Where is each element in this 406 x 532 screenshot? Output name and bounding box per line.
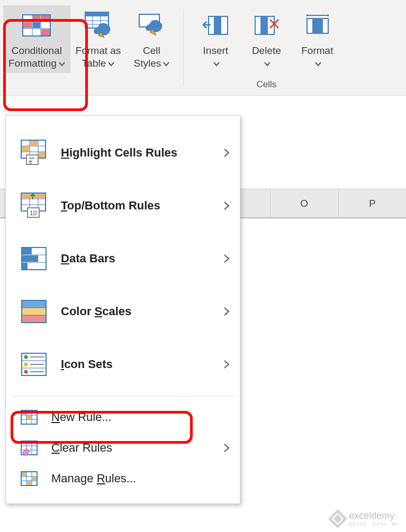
chevron-down-icon (213, 57, 220, 70)
svg-rect-9 (41, 29, 50, 35)
column-header-o[interactable]: O (270, 189, 339, 217)
menu-new-rule[interactable]: New Rule...New Rule... (6, 402, 240, 433)
menu-label: Icon SetsIcon Sets (61, 357, 223, 371)
menu-label: HHighlight Cells Rulesighlight Cells Rul… (61, 146, 223, 160)
cells-group: Insert Delete Format (187, 5, 346, 90)
chevron-right-icon (223, 148, 230, 158)
ribbon-divider (183, 10, 184, 86)
format-icon (303, 10, 331, 41)
svg-rect-85 (32, 477, 37, 480)
svg-rect-8 (33, 22, 40, 28)
menu-icon-sets[interactable]: Icon SetsIcon Sets (6, 338, 240, 391)
svg-point-63 (24, 370, 28, 374)
delete-button[interactable]: Delete (241, 5, 292, 73)
svg-rect-6 (41, 15, 50, 21)
svg-rect-84 (22, 472, 26, 476)
highlight-cells-rules-icon: ≤ (19, 139, 49, 167)
menu-data-bars[interactable]: Data BarsData Bars (6, 232, 240, 285)
delete-label: Delete (252, 45, 281, 56)
menu-clear-rules[interactable]: Clear RulesClear Rules (6, 433, 240, 463)
new-rule-icon (19, 409, 40, 425)
format-as-table-label-1: Format as (76, 45, 121, 56)
svg-rect-20 (260, 16, 268, 34)
format-label: Format (301, 45, 333, 56)
clear-rules-icon (19, 440, 40, 456)
svg-rect-49 (22, 248, 32, 254)
watermark-sub: EXCEL · DATA · BI (349, 521, 398, 527)
cell-styles-label-1: Cell (143, 45, 160, 56)
menu-highlight-cells-rules[interactable]: ≤ HHighlight Cells Rulesighlight Cells R… (6, 126, 240, 179)
cell-styles-button[interactable]: Cell Styles (126, 5, 177, 73)
chevron-right-icon (223, 306, 230, 317)
menu-top-bottom-rules[interactable]: 10 Top/Bottom RulesTop/Bottom Rules (6, 179, 240, 232)
delete-icon (252, 10, 281, 41)
ribbon: Conditional Formatting Format as Table (0, 0, 406, 96)
conditional-formatting-label-2: Formatting (8, 58, 57, 69)
insert-button[interactable]: Insert (190, 5, 241, 73)
conditional-formatting-button[interactable]: Conditional Formatting (3, 5, 70, 73)
svg-text:≤: ≤ (29, 159, 32, 165)
manage-rules-icon (19, 471, 40, 487)
menu-label: Clear RulesClear Rules (51, 441, 223, 455)
data-bars-icon (19, 246, 49, 271)
svg-rect-31 (30, 141, 38, 145)
svg-rect-73 (27, 416, 31, 419)
menu-label: Manage Rules...Manage Rules... (51, 472, 230, 485)
cells-group-label: Cells (256, 79, 276, 90)
chevron-down-icon (264, 57, 270, 70)
svg-rect-72 (22, 411, 26, 415)
format-button[interactable]: Format (292, 5, 342, 73)
svg-rect-18 (214, 16, 221, 34)
svg-rect-5 (33, 15, 40, 21)
svg-rect-7 (23, 22, 32, 28)
watermark-brand: exceldemy (349, 510, 394, 521)
svg-rect-54 (22, 308, 46, 315)
svg-point-61 (24, 355, 28, 359)
chevron-right-icon (223, 253, 230, 264)
chevron-down-icon (59, 57, 65, 70)
cell-styles-icon (136, 10, 167, 41)
svg-rect-55 (22, 315, 46, 322)
watermark: exceldemy EXCEL · DATA · BI (331, 510, 398, 527)
svg-rect-33 (39, 152, 45, 158)
menu-label: Data BarsData Bars (61, 252, 223, 265)
svg-rect-32 (22, 146, 29, 151)
insert-icon (201, 10, 230, 41)
icon-sets-icon (19, 352, 49, 377)
chevron-down-icon (108, 57, 114, 70)
chevron-down-icon (163, 57, 169, 70)
top-bottom-rules-icon: 10 (19, 192, 49, 219)
format-as-table-label-2: Table (82, 58, 106, 69)
menu-manage-rules[interactable]: Manage Rules...Manage Rules... (6, 463, 240, 494)
svg-rect-86 (27, 481, 31, 485)
watermark-logo-icon (328, 509, 348, 528)
svg-rect-53 (22, 301, 46, 308)
conditional-formatting-label-1: Conditional (12, 45, 62, 56)
chevron-right-icon (223, 359, 230, 370)
svg-rect-11 (85, 12, 109, 16)
svg-point-62 (24, 363, 28, 366)
color-scales-icon (19, 299, 49, 324)
conditional-formatting-menu: ≤ HHighlight Cells Rulesighlight Cells R… (5, 115, 240, 504)
svg-rect-22 (312, 19, 323, 33)
menu-label: Color ScalesColor Scales (61, 305, 223, 318)
conditional-formatting-icon (22, 10, 51, 41)
format-as-table-icon (83, 10, 114, 41)
cell-styles-label-2: Styles (133, 58, 161, 69)
svg-rect-51 (22, 263, 28, 269)
svg-rect-50 (22, 255, 38, 262)
chevron-right-icon (223, 443, 230, 453)
menu-label: Top/Bottom RulesTop/Bottom Rules (61, 199, 223, 213)
format-as-table-button[interactable]: Format as Table (70, 5, 127, 73)
menu-label: New Rule...New Rule... (51, 410, 230, 424)
svg-text:10: 10 (30, 209, 37, 217)
chevron-down-icon (315, 57, 321, 70)
insert-label: Insert (203, 45, 229, 56)
chevron-right-icon (223, 200, 230, 211)
svg-rect-43 (39, 194, 45, 198)
menu-color-scales[interactable]: Color ScalesColor Scales (6, 285, 240, 338)
column-header-p[interactable]: P (339, 189, 407, 217)
menu-separator (11, 396, 234, 397)
svg-rect-41 (22, 194, 29, 198)
styles-group: Conditional Formatting Format as Table (0, 5, 180, 90)
